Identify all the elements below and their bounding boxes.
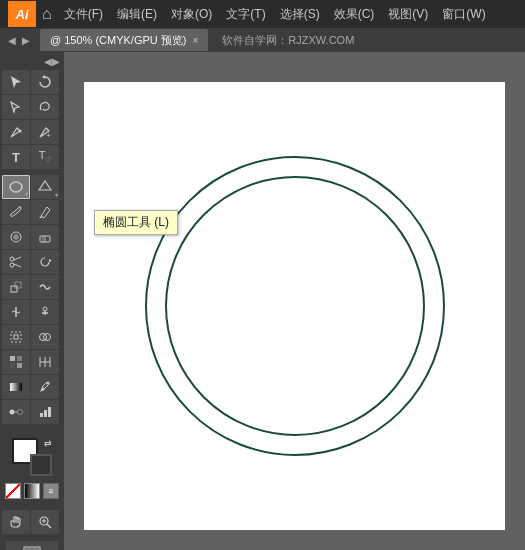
rotate-tool[interactable] xyxy=(31,250,59,274)
tool-row-6 xyxy=(2,200,62,224)
svg-point-2 xyxy=(10,182,22,192)
swap-colors-icon[interactable]: ⇄ xyxy=(44,438,52,448)
menu-window[interactable]: 窗口(W) xyxy=(436,4,491,25)
svg-rect-23 xyxy=(17,363,22,368)
color-section: ⇄ ≡ xyxy=(2,434,62,505)
tool-row-3: + xyxy=(2,120,62,144)
pencil-tool[interactable] xyxy=(31,200,59,224)
menu-edit[interactable]: 编辑(E) xyxy=(111,4,163,25)
warp-tool[interactable] xyxy=(31,275,59,299)
canvas-area: 椭圆工具 (L) xyxy=(64,52,525,550)
menu-view[interactable]: 视图(V) xyxy=(382,4,434,25)
shape-builder-tool[interactable] xyxy=(31,325,59,349)
tab-label: @ 150% (CMYK/GPU 预览) xyxy=(50,33,186,48)
svg-point-29 xyxy=(47,382,50,385)
lasso-tool[interactable] xyxy=(31,95,59,119)
tool-row-9 xyxy=(2,275,62,299)
blob-brush-tool[interactable] xyxy=(2,225,30,249)
svg-line-9 xyxy=(14,264,21,267)
svg-rect-35 xyxy=(48,407,51,417)
svg-line-37 xyxy=(47,524,51,528)
chart-tool[interactable] xyxy=(31,400,59,424)
tool-row-10 xyxy=(2,300,62,324)
none-color-icon[interactable] xyxy=(5,483,21,499)
stroke-color-box[interactable] xyxy=(30,454,52,476)
website-label: 软件自学网：RJZXW.COM xyxy=(222,33,354,48)
free-transform-tool[interactable] xyxy=(2,325,30,349)
svg-rect-20 xyxy=(10,356,15,361)
svg-rect-21 xyxy=(17,356,22,361)
artboard xyxy=(84,82,505,530)
svg-rect-16 xyxy=(11,332,21,342)
color-mode-icon[interactable]: ≡ xyxy=(43,483,59,499)
shaper-tool[interactable]: ▾ xyxy=(31,175,59,199)
add-anchor-tool[interactable]: + xyxy=(31,120,59,144)
tool-row-8 xyxy=(2,250,62,274)
width-tool[interactable] xyxy=(2,300,30,324)
menu-object[interactable]: 对象(O) xyxy=(165,4,218,25)
menu-bar: 文件(F) 编辑(E) 对象(O) 文字(T) 选择(S) 效果(C) 视图(V… xyxy=(58,4,517,25)
mesh-tool[interactable] xyxy=(31,350,59,374)
circle-drawing xyxy=(145,156,445,456)
svg-line-8 xyxy=(14,257,21,260)
main-area: ◀▶ + xyxy=(0,52,525,550)
fill-stroke-boxes[interactable]: ⇄ xyxy=(12,438,52,476)
menu-text[interactable]: 文字(T) xyxy=(220,4,271,25)
menu-file[interactable]: 文件(F) xyxy=(58,4,109,25)
puppet-warp-tool[interactable] xyxy=(31,300,59,324)
scissors-tool[interactable] xyxy=(2,250,30,274)
tool-row-11 xyxy=(2,325,62,349)
gradient-color-icon[interactable] xyxy=(24,483,40,499)
toolbar-expand[interactable]: ◀▶ xyxy=(2,56,62,67)
tab-next[interactable]: ▶ xyxy=(20,35,32,46)
ellipse-tool[interactable]: ▾ xyxy=(2,175,30,199)
tab-prev[interactable]: ◀ xyxy=(6,35,18,46)
menu-select[interactable]: 选择(S) xyxy=(274,4,326,25)
svg-rect-28 xyxy=(10,383,22,391)
zoom-tool[interactable] xyxy=(31,510,59,534)
app-icon-home[interactable]: ⌂ xyxy=(42,5,52,23)
color-quick-row: ≡ xyxy=(3,481,61,501)
svg-rect-10 xyxy=(11,286,17,292)
blend-tool[interactable] xyxy=(2,400,30,424)
tab-close-button[interactable]: × xyxy=(192,35,198,46)
tab-bar: ◀ ▶ @ 150% (CMYK/GPU 预览) × 软件自学网：RJZXW.C… xyxy=(0,28,525,52)
scale-tool[interactable] xyxy=(2,275,30,299)
paintbrush-tool[interactable] xyxy=(2,200,30,224)
svg-rect-22 xyxy=(10,363,15,368)
eyedropper-tool[interactable] xyxy=(31,375,59,399)
tool-row-7 xyxy=(2,225,62,249)
tool-row-hand-zoom xyxy=(2,510,62,534)
hand-tool[interactable] xyxy=(2,510,30,534)
svg-text:+: + xyxy=(46,131,51,139)
svg-point-30 xyxy=(10,410,15,415)
tool-row-13 xyxy=(2,375,62,399)
selection-tool[interactable] xyxy=(2,70,30,94)
tool-row-2 xyxy=(2,95,62,119)
gradient-tool[interactable] xyxy=(2,375,30,399)
tool-row-12 xyxy=(2,350,62,374)
svg-rect-11 xyxy=(15,282,21,288)
tooltip-text: 椭圆工具 (L) xyxy=(103,215,169,229)
svg-point-7 xyxy=(10,263,14,267)
active-tab[interactable]: @ 150% (CMYK/GPU 预览) × xyxy=(40,29,208,51)
svg-point-6 xyxy=(10,257,14,261)
eraser-tool[interactable] xyxy=(31,225,59,249)
tab-arrows: ◀ ▶ xyxy=(6,35,32,46)
inner-circle xyxy=(165,176,425,436)
touch-type-tool[interactable]: T♡ xyxy=(31,145,59,169)
rotate-view-tool[interactable] xyxy=(31,70,59,94)
tool-row-1 xyxy=(2,70,62,94)
pen-tool[interactable] xyxy=(2,120,30,144)
svg-rect-17 xyxy=(14,335,18,339)
screen-mode-area xyxy=(2,541,62,550)
svg-rect-5 xyxy=(42,236,46,242)
tool-row-4: T T♡ xyxy=(2,145,62,169)
screen-mode-button[interactable] xyxy=(6,541,58,550)
menu-effects[interactable]: 效果(C) xyxy=(328,4,381,25)
tool-tooltip: 椭圆工具 (L) xyxy=(94,210,178,235)
svg-rect-34 xyxy=(44,410,47,417)
live-paint-tool[interactable] xyxy=(2,350,30,374)
type-tool[interactable]: T xyxy=(2,145,30,169)
direct-select-tool[interactable] xyxy=(2,95,30,119)
